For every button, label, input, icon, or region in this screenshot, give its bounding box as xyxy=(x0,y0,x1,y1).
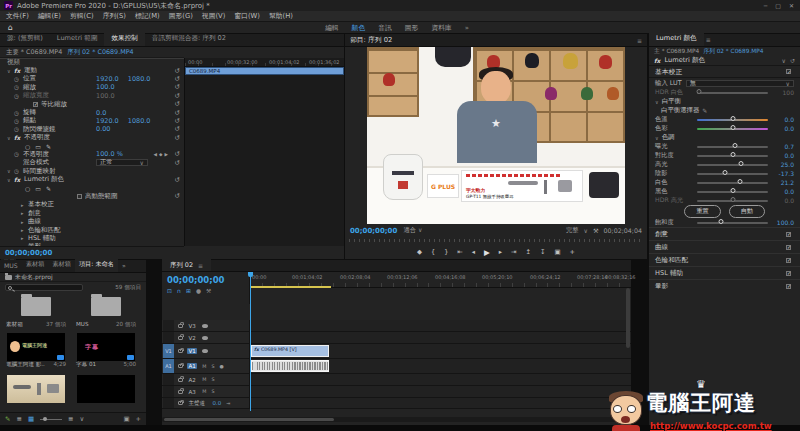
workspace-tab-libraries[interactable]: 資料庫 xyxy=(431,23,451,33)
master-volume-value[interactable]: 0.0 xyxy=(213,400,222,406)
button-editor-icon[interactable]: + xyxy=(570,248,575,256)
maximize-icon[interactable]: ▢ xyxy=(775,2,781,9)
stopwatch-icon[interactable]: ◷ xyxy=(14,151,23,157)
sort-caret-icon[interactable]: ∨ xyxy=(80,415,85,423)
hdr-checkbox[interactable] xyxy=(77,194,82,199)
hsl-secondary-section[interactable]: HSL 輔助 xyxy=(655,269,683,278)
solo-button[interactable]: S xyxy=(211,389,214,394)
zoom-level-select[interactable]: 適合 ∨ xyxy=(403,226,422,235)
exposure-slider[interactable]: 曝光0.7 xyxy=(649,142,800,151)
slider-knob[interactable] xyxy=(730,116,735,121)
anchor-y-value[interactable]: 1080.0 xyxy=(128,117,151,125)
mini-timeline-clip[interactable]: C0689.MP4 xyxy=(185,67,344,75)
tone-header[interactable]: 色調 xyxy=(662,133,675,142)
linked-selection-icon[interactable]: ⊞ xyxy=(186,288,191,294)
tab-effect-controls[interactable]: 效果控制 xyxy=(104,32,144,46)
mark-out-icon[interactable]: } xyxy=(444,248,448,256)
bin-item[interactable]: MUS20 個項 xyxy=(73,292,139,329)
mute-button[interactable]: M xyxy=(202,389,206,394)
lock-icon[interactable] xyxy=(178,401,183,405)
expand-icon[interactable]: ▸ xyxy=(21,219,28,225)
program-timecode[interactable]: 00;00;00;00 xyxy=(350,227,397,235)
hsl-secondary-checkbox[interactable] xyxy=(786,271,791,276)
clip-item[interactable]: 電腦王阿達 電腦王阿達 影..4;29 xyxy=(3,332,69,369)
panel-menu-icon[interactable]: ≡ xyxy=(637,37,642,44)
menu-sequence[interactable]: 序列(S) xyxy=(103,11,126,21)
nest-toggle-icon[interactable]: ⊡ xyxy=(167,288,172,294)
curves-checkbox[interactable] xyxy=(786,245,791,250)
menu-clip[interactable]: 剪輯(C) xyxy=(70,11,94,21)
blend-mode-select[interactable]: 正常∨ xyxy=(96,159,148,166)
thumbnail-zoom-slider[interactable] xyxy=(40,419,62,420)
work-area-bar[interactable] xyxy=(251,286,331,288)
master-clip-label[interactable]: 主要 * C0689.MP4 xyxy=(6,48,62,57)
search-input[interactable] xyxy=(5,284,83,291)
dropdown-caret-icon[interactable]: ∨ xyxy=(782,57,786,64)
pen-mask-icon[interactable]: ✎ xyxy=(46,143,51,150)
reset-icon[interactable]: ↺ xyxy=(175,83,180,91)
lock-icon[interactable] xyxy=(178,378,183,382)
tab-source-monitor[interactable]: 源: (無剪輯) xyxy=(0,32,50,46)
reset-icon[interactable]: ↺ xyxy=(175,125,180,133)
tab-project[interactable]: 項目: 未命名 xyxy=(75,258,118,272)
eye-icon[interactable] xyxy=(202,324,208,328)
menu-markers[interactable]: 標記(M) xyxy=(135,11,160,21)
workspace-tab-color[interactable]: 顏色 xyxy=(352,23,366,33)
stopwatch-icon[interactable]: ◷ xyxy=(14,110,23,116)
video-clip[interactable]: fxC0689.MP4 [V] xyxy=(251,345,329,357)
reset-button[interactable]: 重置 xyxy=(684,205,720,218)
source-patch-audio[interactable]: A1 xyxy=(163,359,174,373)
sequence-clip-link[interactable]: 序列 02 * C0689.MP4 xyxy=(67,48,133,57)
workspace-overflow-icon[interactable]: » xyxy=(465,24,469,32)
vignette-section[interactable]: 暈影 xyxy=(655,282,668,291)
tab-bin-2[interactable]: 素材箱 xyxy=(48,258,75,272)
position-x-value[interactable]: 1920.0 xyxy=(96,75,119,83)
anchor-x-value[interactable]: 1920.0 xyxy=(96,117,119,125)
expand-icon[interactable]: ▸ xyxy=(21,210,28,216)
playback-resolution-select[interactable]: 完整 xyxy=(566,226,579,235)
collapse-icon[interactable]: ∨ xyxy=(7,168,14,174)
mute-button[interactable]: M xyxy=(202,377,206,382)
reset-icon[interactable]: ↺ xyxy=(175,75,180,83)
go-to-in-icon[interactable]: ⇤ xyxy=(457,248,462,256)
slider-knob[interactable] xyxy=(730,152,735,157)
timeline-timecode[interactable]: 00;00;00;00 xyxy=(167,275,249,285)
collapse-icon[interactable]: ∨ xyxy=(655,135,659,141)
lock-icon[interactable] xyxy=(178,390,183,394)
track-lane[interactable] xyxy=(250,332,631,343)
reset-icon[interactable]: ↺ xyxy=(175,92,180,100)
track-lane[interactable] xyxy=(250,398,631,408)
tab-bin-1[interactable]: 素材箱 xyxy=(22,258,49,272)
stopwatch-icon[interactable]: ◷ xyxy=(14,76,23,82)
panel-menu-icon[interactable]: ≡ xyxy=(706,36,711,43)
lock-icon[interactable] xyxy=(178,349,183,353)
scale-value[interactable]: 100.0 xyxy=(96,83,115,91)
reset-icon[interactable]: ↺ xyxy=(175,100,180,108)
curves-section[interactable]: 曲線 xyxy=(655,243,668,252)
workspace-tab-audio[interactable]: 音訊 xyxy=(378,23,392,33)
stopwatch-icon[interactable]: ◷ xyxy=(14,126,23,132)
eye-icon[interactable] xyxy=(202,349,208,353)
stopwatch-icon[interactable]: ◷ xyxy=(14,84,23,90)
track-name[interactable]: V2 xyxy=(187,335,197,341)
lumetri-effect-name[interactable]: Lumetri 顏色 xyxy=(664,56,705,65)
clip-item[interactable]: 字幕 字幕 015;00 xyxy=(73,332,139,369)
slider-knob[interactable] xyxy=(737,179,742,184)
shadows-slider[interactable]: 陰影-17.3 xyxy=(649,169,800,178)
rect-mask-icon[interactable]: ▭ xyxy=(35,185,41,192)
slider-knob[interactable] xyxy=(719,219,724,224)
add-marker-icon[interactable]: ● xyxy=(196,288,201,294)
slider-knob[interactable] xyxy=(723,170,728,175)
tint-slider[interactable]: 色彩0.0 xyxy=(649,124,800,133)
color-wheels-checkbox[interactable] xyxy=(786,258,791,263)
source-patch-video[interactable]: V1 xyxy=(163,344,174,358)
workspace-tab-graphics[interactable]: 圖形 xyxy=(405,23,419,33)
track-lane[interactable]: fxC0689.MP4 [V] xyxy=(250,344,631,358)
position-y-value[interactable]: 1080.0 xyxy=(128,75,151,83)
bin-item[interactable]: 素材箱37 個項 xyxy=(3,292,69,329)
reset-icon[interactable]: ↺ xyxy=(175,192,180,200)
lumetri-sequence-clip[interactable]: 序列 02 * C0689.MP4 xyxy=(703,47,763,56)
slider-knob[interactable] xyxy=(730,188,735,193)
creative-section[interactable]: 創意 xyxy=(655,230,668,239)
project-breadcrumb[interactable]: 未命名.prproj xyxy=(15,273,53,282)
